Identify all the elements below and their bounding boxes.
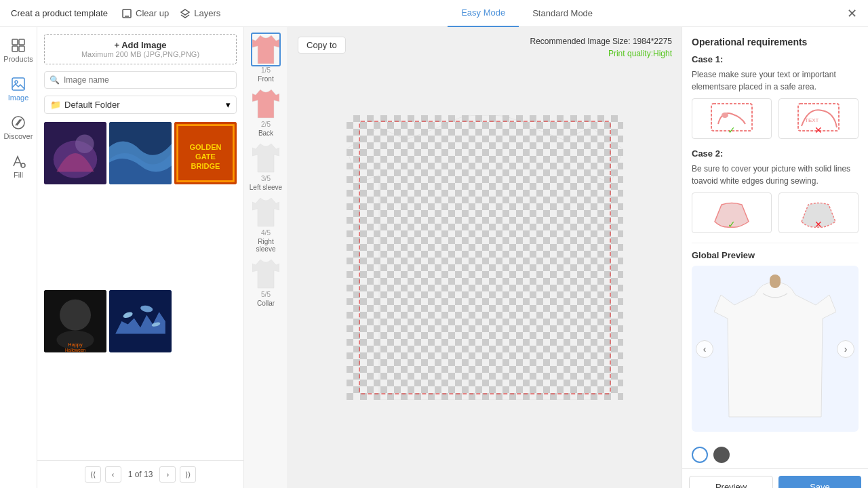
collar-label: Collar bbox=[257, 300, 275, 307]
layers-button[interactable]: Layers bbox=[180, 8, 220, 19]
back-num: 2/5 bbox=[261, 121, 271, 128]
sidebar-item-products[interactable]: Products bbox=[1, 33, 35, 68]
close-button[interactable]: ✕ bbox=[847, 6, 857, 21]
image-icon bbox=[11, 77, 26, 92]
left-sleeve-num: 3/5 bbox=[261, 175, 271, 182]
folder-label: Default Folder bbox=[64, 100, 120, 110]
tshirt-outline-svg bbox=[347, 115, 623, 400]
grid-icon bbox=[11, 38, 26, 53]
case1-text: Please make sure your text or important … bbox=[692, 68, 859, 93]
svg-marker-10 bbox=[16, 120, 21, 125]
standard-mode-button[interactable]: Standard Mode bbox=[519, 0, 606, 27]
topbar-actions: Clear up Layers bbox=[121, 8, 220, 19]
layers-icon bbox=[180, 8, 191, 19]
left-sidebar: Products Image Discover Fill bbox=[0, 27, 37, 488]
sidebar-fill-label: Fill bbox=[14, 171, 23, 179]
tshirt-canvas[interactable] bbox=[347, 115, 623, 400]
canvas-area: Copy to Recommended Image Size: 1984*227… bbox=[288, 27, 682, 488]
case2-good-checkmark: ✓ bbox=[728, 219, 736, 230]
canvas-info: Recommended Image Size: 1984*2275 Print … bbox=[530, 37, 672, 65]
view-thumbnail-panel: 1/5 Front 2/5 Back 3/5 Left sleeve bbox=[244, 27, 288, 488]
right-panel: Operational requirements Case 1: Please … bbox=[682, 27, 868, 488]
last-page-button[interactable]: ⟩⟩ bbox=[180, 466, 196, 483]
case1-bad-example: TEXT ✕ bbox=[778, 98, 859, 139]
case2-title: Case 2: bbox=[692, 148, 859, 159]
preview-shirt-svg bbox=[714, 274, 836, 424]
sidebar-item-fill[interactable]: Fill bbox=[1, 148, 35, 184]
svg-rect-4 bbox=[19, 39, 24, 45]
case2-good-example: ✓ bbox=[692, 192, 772, 233]
svg-rect-7 bbox=[12, 78, 24, 90]
case1-title: Case 1: bbox=[692, 54, 859, 64]
sidebar-item-image[interactable]: Image bbox=[1, 71, 35, 107]
svg-text:GATE: GATE bbox=[195, 152, 216, 161]
mode-switcher: Easy Mode Standard Mode bbox=[448, 0, 606, 27]
view-thumb-right-sleeve[interactable]: 4/5 Right sleeve bbox=[249, 195, 283, 253]
recommended-size-label: Recommended Image Size: 1984*2275 bbox=[530, 37, 672, 46]
print-quality-label: Print quality:Hight bbox=[530, 49, 672, 58]
svg-rect-6 bbox=[19, 46, 24, 52]
sidebar-products-label: Products bbox=[3, 55, 33, 63]
svg-text:Happy: Happy bbox=[68, 341, 83, 347]
svg-text:Halloween: Halloween bbox=[65, 348, 85, 352]
right-sleeve-num: 4/5 bbox=[261, 229, 271, 237]
view-thumb-collar[interactable]: 5/5 Collar bbox=[249, 257, 283, 307]
sidebar-image-label: Image bbox=[8, 94, 29, 102]
clear-up-button[interactable]: Clear up bbox=[121, 8, 169, 19]
image-thumb-2[interactable] bbox=[109, 122, 172, 184]
swatch-dark[interactable] bbox=[713, 447, 730, 463]
search-icon: 🔍 bbox=[50, 75, 60, 85]
view-thumb-left-sleeve[interactable]: 3/5 Left sleeve bbox=[249, 141, 283, 191]
op-requirements-title: Operational requirements bbox=[692, 37, 859, 47]
preview-prev-button[interactable]: ‹ bbox=[696, 340, 713, 358]
first-page-button[interactable]: ⟨⟨ bbox=[85, 466, 101, 483]
case1-good-example: ✓ bbox=[692, 98, 772, 139]
search-container: 🔍 bbox=[44, 71, 237, 89]
back-label: Back bbox=[258, 129, 273, 137]
case2-images: ✓ ✕ bbox=[692, 192, 859, 233]
case1-bad-checkmark: ✕ bbox=[814, 125, 823, 136]
divider bbox=[692, 243, 859, 243]
add-image-button[interactable]: + Add Image Maximum 200 MB (JPG,PNG,PNG) bbox=[44, 34, 237, 64]
save-button[interactable]: Save bbox=[778, 476, 861, 488]
collar-num: 5/5 bbox=[261, 291, 271, 298]
sidebar-item-discover[interactable]: Discover bbox=[1, 110, 35, 146]
case1-images: ✓ TEXT ✕ bbox=[692, 98, 859, 139]
preview-carousel: ‹ › bbox=[692, 266, 859, 432]
image-thumb-5[interactable] bbox=[109, 290, 172, 352]
color-swatches bbox=[682, 441, 868, 468]
preview-next-button[interactable]: › bbox=[837, 340, 854, 358]
case2-bad-checkmark: ✕ bbox=[814, 219, 823, 230]
image-thumb-3[interactable]: GOLDEN GATE BRIDGE bbox=[174, 122, 237, 184]
image-thumb-1[interactable] bbox=[44, 122, 106, 184]
chevron-down-icon: ▾ bbox=[226, 100, 231, 110]
fill-icon bbox=[11, 154, 26, 169]
folder-icon: 📁 bbox=[50, 100, 61, 110]
image-thumb-4[interactable]: Happy Halloween bbox=[44, 290, 106, 352]
topbar: Creat a product template Clear up Layers… bbox=[0, 0, 868, 27]
prev-page-button[interactable]: ‹ bbox=[105, 466, 121, 483]
folder-selector[interactable]: 📁 Default Folder ▾ bbox=[44, 96, 237, 114]
easy-mode-button[interactable]: Easy Mode bbox=[448, 0, 519, 27]
case1-good-checkmark: ✓ bbox=[728, 125, 736, 136]
right-sleeve-label: Right sleeve bbox=[249, 238, 283, 253]
search-input[interactable] bbox=[44, 71, 237, 89]
preview-button[interactable]: Preview bbox=[689, 476, 773, 488]
global-preview-title: Global Preview bbox=[692, 250, 859, 260]
case2-bad-example: ✕ bbox=[778, 192, 859, 233]
swatch-white[interactable] bbox=[692, 447, 708, 463]
compass-icon bbox=[11, 115, 26, 130]
bottom-actions: Preview Save bbox=[682, 468, 868, 488]
svg-text:BRIDGE: BRIDGE bbox=[191, 162, 220, 170]
page-title: Creat a product template bbox=[11, 8, 108, 18]
next-page-button[interactable]: › bbox=[159, 466, 176, 483]
svg-text:GOLDEN: GOLDEN bbox=[189, 143, 221, 151]
image-grid: GOLDEN GATE BRIDGE Happy Halloween bbox=[37, 117, 243, 460]
svg-rect-5 bbox=[12, 46, 18, 52]
view-thumb-front[interactable]: 1/5 Front bbox=[249, 33, 283, 83]
image-panel: + Add Image Maximum 200 MB (JPG,PNG,PNG)… bbox=[37, 27, 244, 488]
copy-to-button[interactable]: Copy to bbox=[298, 37, 346, 54]
view-thumb-back[interactable]: 2/5 Back bbox=[249, 87, 283, 137]
svg-rect-3 bbox=[12, 39, 18, 45]
case2-text: Be sure to cover your picture with solid… bbox=[692, 163, 859, 187]
